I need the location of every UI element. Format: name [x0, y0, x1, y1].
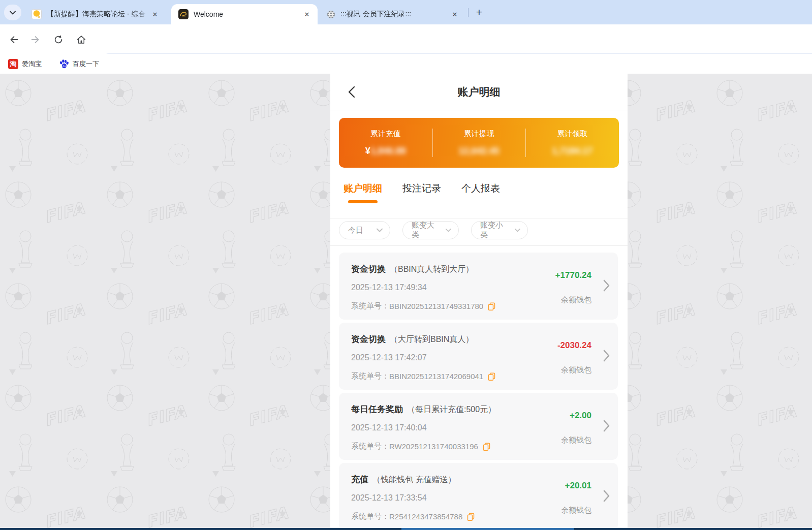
- page-content: FIFA: [0, 74, 812, 530]
- svg-text:du: du: [63, 65, 66, 68]
- close-icon[interactable]: ✕: [301, 9, 313, 20]
- transaction-title: 资金切换 （大厅转到BBIN真人）: [351, 333, 474, 345]
- masked-value: 12,642.45: [458, 146, 499, 157]
- bookmarks-bar: 淘 爱淘宝 du 百度一下: [0, 54, 812, 74]
- tab-search-button[interactable]: [4, 5, 21, 20]
- filter-minor-category-dropdown[interactable]: 账变小类: [471, 221, 528, 239]
- tab-haiyan-forum[interactable]: 【新提醒】海燕策略论坛 - 综合 ✕: [24, 4, 166, 24]
- transaction-time: 2025-12-13 17:49:34: [351, 283, 427, 292]
- transaction-time: 2025-12-13 17:42:07: [351, 353, 427, 362]
- order-number: BBIN202512131742069041: [389, 372, 483, 381]
- filter-label: 账变小类: [480, 221, 508, 240]
- order-label: 系统单号：: [351, 442, 389, 451]
- close-icon[interactable]: ✕: [449, 9, 460, 20]
- copy-icon[interactable]: [483, 443, 490, 451]
- order-label: 系统单号：: [351, 371, 389, 381]
- chevron-right-icon[interactable]: [603, 350, 610, 364]
- chevron-down-icon: [446, 228, 451, 232]
- reload-icon: [53, 34, 64, 45]
- tab-account-detail[interactable]: 账户明细: [343, 182, 382, 203]
- chevron-down-icon: [515, 228, 520, 232]
- tab-label: 账户明细: [343, 183, 382, 194]
- transaction-row[interactable]: 充值 （钱能钱包 充值赠送） 2025-12-13 17:33:54 系统单号：…: [339, 463, 618, 530]
- filter-label: 账变大类: [412, 221, 439, 240]
- chevron-right-icon[interactable]: [603, 420, 610, 434]
- transaction-amount: +2.00: [570, 411, 591, 421]
- transaction-time: 2025-12-13 17:40:04: [351, 423, 427, 432]
- bookmark-aitaobao[interactable]: 淘 爱淘宝: [8, 59, 42, 69]
- tab-title: 【新提醒】海燕策略论坛 - 综合: [47, 10, 149, 19]
- tab-welcome[interactable]: Welcome ✕: [171, 4, 318, 24]
- transaction-title: 资金切换 （BBIN真人转到大厅）: [351, 263, 474, 275]
- transaction-subtitle: （大厅转到BBIN真人）: [390, 334, 474, 345]
- divider: [330, 245, 628, 246]
- summary-card: 累计充值 ¥ 1,846.88 累计提现 12,642.45 累计领取 1,71…: [339, 118, 619, 168]
- forward-button[interactable]: [29, 33, 42, 46]
- wallet-label: 余额钱包: [561, 295, 591, 305]
- back-arrow-icon: [8, 34, 19, 45]
- transaction-row[interactable]: 资金切换 （大厅转到BBIN真人） 2025-12-13 17:42:07 系统…: [339, 323, 618, 390]
- tab-divider: [468, 8, 469, 17]
- filter-date-dropdown[interactable]: 今日: [339, 221, 390, 239]
- transaction-title: 每日任务奖励 （每日累计充值:500元）: [351, 403, 496, 415]
- transaction-type: 充值: [351, 474, 368, 485]
- summary-total-claimed: 累计领取 1,7184.17: [525, 118, 619, 168]
- bookmark-label: 爱淘宝: [22, 59, 42, 69]
- chevron-right-icon[interactable]: [603, 490, 610, 504]
- forward-arrow-icon: [30, 34, 41, 45]
- divider: [330, 219, 628, 219]
- taskbar-edge: [0, 528, 812, 530]
- copy-icon[interactable]: [488, 372, 495, 381]
- account-detail-panel: 账户明细 累计充值 ¥ 1,846.88 累计提现 12,642.45: [330, 74, 628, 530]
- panel-header: 账户明细: [330, 74, 628, 110]
- order-number-row: 系统单号： R2541243473854788: [351, 512, 475, 521]
- tab-label: 个人报表: [461, 183, 500, 194]
- baidu-paw-icon: du: [59, 59, 69, 69]
- transaction-type: 资金切换: [351, 263, 386, 275]
- order-number-row: 系统单号： RW202512131740033196: [351, 442, 490, 451]
- order-number: RW202512131740033196: [389, 442, 478, 451]
- active-tab-underline: [348, 200, 378, 203]
- browser-toolbar: 175616.cc/reports/index: [0, 24, 812, 54]
- summary-label: 累计提现: [464, 129, 494, 139]
- new-tab-button[interactable]: +: [473, 6, 486, 19]
- summary-value: ¥ 1,846.88: [365, 146, 406, 157]
- chevron-down-icon: [377, 228, 383, 232]
- wallet-label: 余额钱包: [561, 435, 591, 445]
- forum-favicon-icon: [32, 9, 42, 19]
- summary-label: 累计充值: [370, 129, 401, 139]
- transaction-subtitle: （每日累计充值:500元）: [407, 404, 496, 415]
- transaction-type: 每日任务奖励: [351, 403, 403, 415]
- summary-value: 12,642.45: [458, 146, 499, 157]
- order-number: R2541243473854788: [389, 512, 462, 521]
- taobao-icon: 淘: [8, 59, 18, 69]
- close-icon[interactable]: ✕: [149, 9, 161, 20]
- tab-personal-report[interactable]: 个人报表: [461, 182, 500, 203]
- home-button[interactable]: [75, 33, 88, 46]
- transaction-list: 资金切换 （BBIN真人转到大厅） 2025-12-13 17:49:34 系统…: [339, 253, 619, 530]
- copy-icon[interactable]: [488, 302, 495, 310]
- bookmark-baidu[interactable]: du 百度一下: [59, 59, 99, 69]
- transaction-amount: +20.01: [565, 481, 591, 491]
- order-label: 系统单号：: [351, 512, 389, 521]
- back-button[interactable]: [7, 33, 20, 46]
- transaction-subtitle: （钱能钱包 充值赠送）: [372, 475, 456, 485]
- filter-label: 今日: [348, 226, 363, 235]
- section-tabs: 账户明细 投注记录 个人报表: [343, 182, 520, 203]
- home-icon: [76, 34, 87, 45]
- chevron-right-icon[interactable]: [603, 279, 610, 294]
- transaction-type: 资金切换: [351, 333, 386, 345]
- tab-video-bet-records[interactable]: :::视讯 会员下注纪录::: ✕: [320, 4, 465, 24]
- summary-value: 1,7184.17: [552, 146, 592, 157]
- tab-bet-records[interactable]: 投注记录: [402, 182, 441, 203]
- transaction-row[interactable]: 每日任务奖励 （每日累计充值:500元） 2025-12-13 17:40:04…: [339, 393, 618, 460]
- copy-icon[interactable]: [467, 513, 475, 521]
- summary-label: 累计领取: [557, 129, 587, 139]
- wallet-label: 余额钱包: [561, 506, 591, 515]
- welcome-favicon-icon: [178, 9, 189, 19]
- filter-major-category-dropdown[interactable]: 账变大类: [402, 221, 459, 239]
- reload-button[interactable]: [52, 33, 65, 46]
- transaction-amount: -2030.24: [557, 340, 591, 351]
- transaction-row[interactable]: 资金切换 （BBIN真人转到大厅） 2025-12-13 17:49:34 系统…: [339, 253, 618, 320]
- taskbar-highlight: [401, 528, 574, 530]
